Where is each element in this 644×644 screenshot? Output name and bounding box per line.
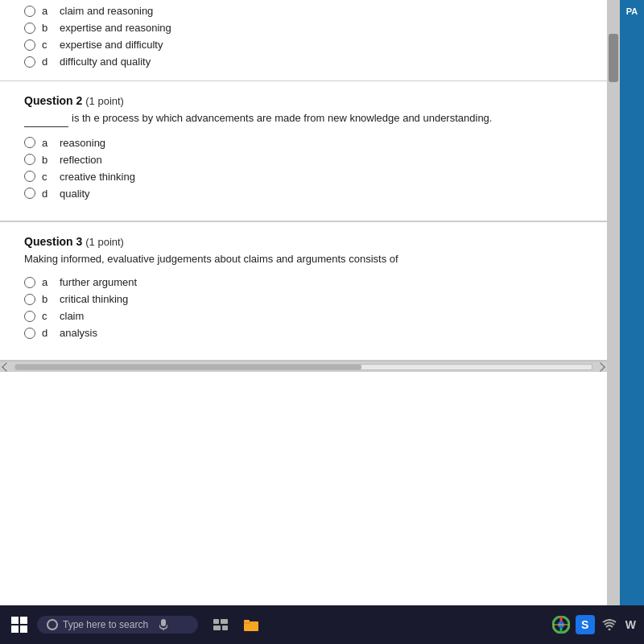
q2-header: Question 2 (1 point) bbox=[24, 94, 583, 107]
taskbar: Type here to search bbox=[0, 605, 644, 644]
main-content: a claim and reasoning b expertise and re… bbox=[0, 0, 644, 605]
q1-letter-b: b bbox=[42, 22, 50, 34]
q2-radio-d[interactable] bbox=[24, 188, 35, 199]
q3-option-a[interactable]: a further argument bbox=[24, 276, 583, 288]
q1-options-list: a claim and reasoning b expertise and re… bbox=[24, 5, 583, 68]
q1-letter-c: c bbox=[42, 39, 50, 51]
q3-radio-c[interactable] bbox=[24, 311, 35, 322]
q1-text-c: expertise and difficulty bbox=[60, 39, 163, 51]
q2-letter-a: a bbox=[42, 137, 50, 149]
question-2-block: Question 2 (1 point) is th e process by … bbox=[0, 81, 607, 221]
q1-letter-d: d bbox=[42, 56, 50, 68]
q1-text-b: expertise and reasoning bbox=[60, 22, 171, 34]
q3-header: Question 3 (1 point) bbox=[24, 235, 583, 248]
vertical-scrollbar-thumb[interactable] bbox=[609, 34, 618, 82]
horizontal-scrollbar-thumb[interactable] bbox=[15, 365, 361, 369]
svg-rect-4 bbox=[213, 625, 221, 630]
q2-text-b: reflection bbox=[60, 154, 102, 166]
q1-radio-c[interactable] bbox=[24, 39, 35, 51]
chrome-icon bbox=[552, 616, 570, 634]
file-explorer-icon bbox=[244, 618, 258, 631]
q3-option-b[interactable]: b critical thinking bbox=[24, 293, 583, 305]
q3-options-list: a further argument b critical thinking c… bbox=[24, 276, 583, 339]
svg-rect-8 bbox=[244, 620, 250, 622]
q3-text-a: further argument bbox=[60, 276, 137, 288]
svg-rect-3 bbox=[221, 619, 228, 624]
search-circle-icon bbox=[47, 619, 58, 630]
q1-radio-d[interactable] bbox=[24, 56, 35, 68]
taskbar-tray: S W bbox=[550, 613, 638, 636]
task-view-button[interactable] bbox=[209, 613, 232, 636]
q3-letter-d: d bbox=[42, 327, 50, 339]
q1-text-d: difficulty and quality bbox=[60, 56, 151, 68]
q2-text-d: quality bbox=[60, 188, 90, 200]
svg-rect-0 bbox=[161, 619, 166, 626]
chrome-icon-button[interactable] bbox=[550, 613, 572, 636]
q1-radio-a[interactable] bbox=[24, 6, 35, 17]
pa-label: PA bbox=[620, 0, 644, 605]
q3-radio-d[interactable] bbox=[24, 328, 35, 339]
q3-text: Making informed, evaluative judgements a… bbox=[24, 251, 583, 267]
q2-radio-c[interactable] bbox=[24, 171, 35, 182]
windows-icon bbox=[11, 617, 27, 633]
taskbar-icons-group bbox=[209, 613, 262, 636]
svg-point-11 bbox=[608, 629, 610, 631]
q2-blank bbox=[24, 110, 68, 127]
svg-rect-5 bbox=[222, 625, 228, 630]
q3-text-c: claim bbox=[60, 310, 84, 322]
q2-question-body: is th e process by which advancements ar… bbox=[72, 112, 492, 124]
q2-letter-c: c bbox=[42, 171, 50, 183]
q3-radio-a[interactable] bbox=[24, 277, 35, 288]
q2-radio-a[interactable] bbox=[24, 137, 35, 148]
q2-text-c: creative thinking bbox=[60, 171, 135, 183]
q2-option-a[interactable]: a reasoning bbox=[24, 137, 583, 149]
scroll-left-arrow[interactable] bbox=[2, 362, 10, 371]
q3-option-d[interactable]: d analysis bbox=[24, 327, 583, 339]
q1-radio-b[interactable] bbox=[24, 23, 35, 34]
svg-rect-2 bbox=[213, 619, 219, 624]
mic-button[interactable] bbox=[159, 619, 167, 630]
taskbar-search-text: Type here to search bbox=[63, 619, 148, 630]
q2-option-b[interactable]: b reflection bbox=[24, 154, 583, 166]
q2-option-d[interactable]: d quality bbox=[24, 188, 583, 200]
network-icon bbox=[602, 619, 617, 630]
start-button[interactable] bbox=[6, 612, 32, 638]
s-badge-icon[interactable]: S bbox=[576, 615, 595, 634]
horizontal-scrollbar[interactable] bbox=[0, 361, 607, 372]
mic-icon bbox=[159, 619, 167, 630]
vertical-scrollbar[interactable] bbox=[607, 0, 620, 605]
task-view-icon bbox=[213, 619, 228, 630]
network-icon-button[interactable] bbox=[598, 613, 621, 636]
w-label: W bbox=[624, 618, 638, 631]
q2-radio-b[interactable] bbox=[24, 154, 35, 165]
q2-text-a: reasoning bbox=[60, 137, 105, 149]
q1-text-a: claim and reasoning bbox=[60, 5, 153, 17]
q3-radio-b[interactable] bbox=[24, 294, 35, 305]
q1-option-b[interactable]: b expertise and reasoning bbox=[24, 22, 583, 34]
horizontal-scrollbar-track[interactable] bbox=[14, 364, 592, 370]
quiz-area: a claim and reasoning b expertise and re… bbox=[0, 0, 607, 605]
q2-options-list: a reasoning b reflection c creative thin… bbox=[24, 137, 583, 200]
q1-option-a[interactable]: a claim and reasoning bbox=[24, 5, 583, 17]
file-explorer-button[interactable] bbox=[240, 613, 262, 636]
q1-option-c[interactable]: c expertise and difficulty bbox=[24, 39, 583, 51]
q3-letter-c: c bbox=[42, 310, 50, 322]
q2-letter-b: b bbox=[42, 154, 50, 166]
q2-text: is th e process by which advancements ar… bbox=[24, 110, 583, 127]
q1-letter-a: a bbox=[42, 5, 50, 17]
scroll-right-arrow[interactable] bbox=[596, 362, 605, 371]
q3-text-b: critical thinking bbox=[60, 293, 128, 305]
q3-letter-b: b bbox=[42, 293, 50, 305]
q2-option-c[interactable]: c creative thinking bbox=[24, 171, 583, 183]
q1-truncated-top: a claim and reasoning b expertise and re… bbox=[0, 0, 607, 80]
q2-letter-d: d bbox=[42, 188, 50, 200]
q3-letter-a: a bbox=[42, 276, 50, 288]
question-3-block: Question 3 (1 point) Making informed, ev… bbox=[0, 222, 607, 361]
q3-text-d: analysis bbox=[60, 327, 97, 339]
q1-option-d[interactable]: d difficulty and quality bbox=[24, 56, 583, 68]
taskbar-search-bar[interactable]: Type here to search bbox=[37, 616, 198, 634]
q3-option-c[interactable]: c claim bbox=[24, 310, 583, 322]
